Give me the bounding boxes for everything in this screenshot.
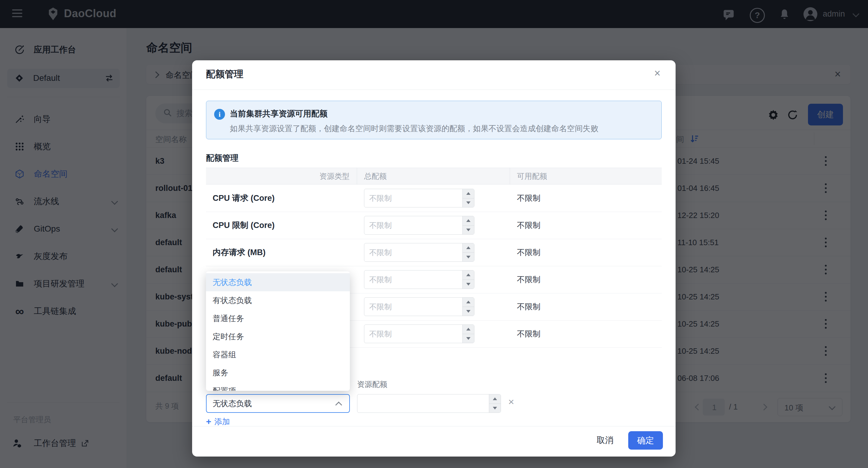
step-down-icon[interactable] [463,253,474,262]
total-quota-input[interactable] [364,324,474,343]
dropdown-option[interactable]: 普通任务 [206,309,350,327]
step-up-icon[interactable] [463,189,474,198]
step-down-icon[interactable] [463,307,474,316]
available-quota: 不限制 [517,266,540,293]
stepper[interactable] [462,298,474,316]
add-quota-link[interactable]: + 添加 [206,415,230,428]
plus-icon: + [206,416,211,427]
dropdown-option[interactable]: 服务 [206,364,350,382]
dropdown-option[interactable]: 定时任务 [206,327,350,346]
step-down-icon[interactable] [463,334,474,343]
quota-row: CPU 限制 (Core) 不限制 [206,212,662,239]
quota-number-field[interactable] [364,216,474,234]
remove-row-icon[interactable]: × [508,396,514,408]
modal-close-icon[interactable]: × [654,68,660,79]
step-up-icon[interactable] [463,243,474,253]
info-banner: i 当前集群共享资源可用配额 如果共享资源设置了配额，创建命名空间时则需要设置该… [206,101,662,139]
resource-quota-label: 资源配额 [357,379,387,389]
step-up-icon[interactable] [489,395,501,404]
total-quota-input[interactable] [364,216,474,235]
step-down-icon[interactable] [463,198,474,208]
step-up-icon[interactable] [463,325,474,334]
dropdown-option[interactable]: 容器组 [206,346,350,364]
step-down-icon[interactable] [463,225,474,235]
quota-row: 内存请求 (MB) 不限制 [206,239,662,266]
step-up-icon[interactable] [463,216,474,225]
step-up-icon[interactable] [463,271,474,280]
dropdown-option[interactable]: 无状态负载 [206,273,350,291]
available-quota: 不限制 [517,320,540,347]
available-quota: 不限制 [517,293,540,320]
quota-col-available: 可用配额 [517,168,547,185]
resource-quota-input[interactable] [357,394,501,413]
quota-col-total: 总配额 [364,168,386,185]
column-divider [510,168,510,185]
banner-title: 当前集群共享资源可用配额 [230,108,328,119]
step-down-icon[interactable] [489,404,501,413]
resource-type-label: CPU 请求 (Core) [213,185,275,212]
resource-type-select[interactable]: 无状态负载 [206,394,350,413]
step-up-icon[interactable] [463,298,474,307]
stepper[interactable] [462,243,474,261]
step-down-icon[interactable] [463,280,474,289]
quota-row: CPU 请求 (Core) 不限制 [206,185,662,212]
stepper[interactable] [462,216,474,234]
modal-header-divider [192,90,676,90]
available-quota: 不限制 [517,239,540,266]
select-chevron-up-icon [335,402,342,409]
quota-management-modal: 配额管理 × i 当前集群共享资源可用配额 如果共享资源设置了配额，创建命名空间… [192,60,676,457]
quota-value-field[interactable] [358,395,501,412]
total-quota-input[interactable] [364,297,474,316]
total-quota-input[interactable] [364,243,474,262]
modal-title: 配额管理 [206,67,243,82]
dropdown-option[interactable]: 配置项 [206,382,350,391]
available-quota: 不限制 [517,185,540,212]
select-value: 无状态负载 [213,395,252,412]
quota-number-field[interactable] [364,243,474,261]
quota-number-field[interactable] [364,271,474,288]
resource-type-label: 内存请求 (MB) [213,239,266,266]
banner-body: 如果共享资源设置了配额，创建命名空间时则需要设置该资源的配额，如果不设置会造成创… [230,123,598,134]
dropdown-option[interactable]: 有状态负载 [206,291,350,309]
resource-type-dropdown: 无状态负载 有状态负载 普通任务 定时任务 容器组 服务 配置项 [206,271,350,391]
total-quota-input[interactable] [364,189,474,208]
column-divider [357,168,357,185]
stepper[interactable] [462,325,474,343]
cancel-button[interactable]: 取消 [590,433,620,447]
quota-section-title: 配额管理 [206,153,239,163]
quota-col-type: 资源类型 [206,168,349,185]
available-quota: 不限制 [517,212,540,239]
stepper[interactable] [489,395,501,412]
total-quota-input[interactable] [364,270,474,289]
quota-number-field[interactable] [364,325,474,343]
quota-number-field[interactable] [364,298,474,316]
info-icon: i [214,109,225,120]
stepper[interactable] [462,271,474,288]
quota-number-field[interactable] [364,189,474,207]
stepper[interactable] [462,189,474,207]
add-label: 添加 [214,416,230,427]
confirm-button[interactable]: 确定 [628,431,663,449]
resource-type-label: CPU 限制 (Core) [213,212,275,239]
